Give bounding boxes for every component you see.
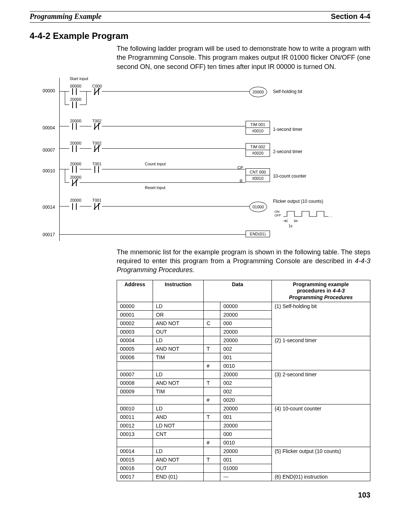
table-row: 00000LD00000(1) Self-holding bit xyxy=(117,302,370,311)
output-coil: 20000 xyxy=(249,87,267,97)
cell-instruction: LD xyxy=(153,336,204,345)
no-contact-icon xyxy=(69,88,80,95)
cell-address: 00017 xyxy=(117,473,153,481)
cell-procedure: (5) Flicker output (10 counts) xyxy=(271,447,370,473)
cell-data-value: 002 xyxy=(220,379,272,387)
rung-00000: 00000 00000 C000 20000 Self-holding bit … xyxy=(60,79,370,114)
mnemonic-table: Address Instruction Data Programming exa… xyxy=(117,280,370,482)
cell-address: 00016 xyxy=(117,464,153,473)
rung-annotation: 2-second timer xyxy=(273,149,302,154)
mnemonic-paragraph: The mnemonic list for the example progra… xyxy=(117,248,370,275)
function-block: CNT 000 #0010 xyxy=(246,168,270,182)
cell-instruction: AND NOT xyxy=(153,345,204,353)
cell-data-value: 20000 xyxy=(220,311,272,319)
cell-procedure: (1) Self-holding bit xyxy=(271,302,370,336)
col-data: Data xyxy=(204,280,272,302)
cell-data-prefix: # xyxy=(204,362,220,370)
cell-address xyxy=(117,362,153,370)
no-contact-icon xyxy=(69,102,80,108)
cell-instruction: OUT xyxy=(153,328,204,336)
r-label: R xyxy=(240,179,243,183)
cell-instruction: AND NOT xyxy=(153,456,204,464)
cell-data-prefix xyxy=(204,447,220,456)
contact-label: T001 xyxy=(92,198,101,202)
cell-data-prefix: T xyxy=(204,413,220,422)
cell-instruction: OUT xyxy=(153,464,204,473)
waveform-off-label: OFF xyxy=(274,214,281,217)
contact-label: 20000 xyxy=(70,162,81,166)
ladder-diagram: Start input 00000 00000 C000 20000 Self-… xyxy=(59,78,370,241)
cell-data-value: 01000 xyxy=(220,464,272,473)
output-coil: 01000 xyxy=(249,202,267,212)
cell-data-prefix xyxy=(204,422,220,430)
block-line: #0010 xyxy=(246,175,270,181)
count-input-label: Count input xyxy=(145,162,166,166)
cell-data-value: 000 xyxy=(220,430,272,439)
function-block: END(01) xyxy=(246,231,270,237)
rung-annotation: 10-count counter xyxy=(273,174,306,179)
block-line: TIM 001 xyxy=(248,122,267,127)
cell-address: 00012 xyxy=(117,422,153,430)
cell-data-prefix: T xyxy=(204,345,220,353)
cell-data-prefix xyxy=(204,302,220,311)
cell-address: 00014 xyxy=(117,447,153,456)
cell-address: 00001 xyxy=(117,311,153,319)
cell-instruction xyxy=(153,439,204,447)
no-contact-icon xyxy=(91,166,102,173)
rung-address: 00004 xyxy=(43,125,55,130)
rung-00007: 00007 20000 T002 TIM 002 #0020 2-second … xyxy=(60,136,370,159)
waveform-on-label: ON xyxy=(274,210,280,214)
cell-data-prefix: # xyxy=(204,396,220,404)
cell-data-value: 00000 xyxy=(220,302,272,311)
cell-address: 00004 xyxy=(117,336,153,345)
proc-line: procedures in xyxy=(297,288,333,294)
cell-instruction: TIM xyxy=(153,353,204,362)
svg-text:. .: . . xyxy=(329,214,332,218)
nc-contact-icon xyxy=(91,203,102,210)
waveform-1s-label: 1s xyxy=(289,224,293,228)
contact-label: 20000 xyxy=(70,97,81,102)
contact-label: 00000 xyxy=(70,84,81,88)
cell-data-value: 001 xyxy=(220,353,272,362)
reset-input-label: Reset input xyxy=(145,185,166,190)
cell-data-value: 20000 xyxy=(220,422,272,430)
cell-data-value: 000 xyxy=(220,319,272,328)
cell-address xyxy=(117,439,153,447)
cell-address: 00011 xyxy=(117,413,153,422)
table-row: 00004LD20000(2) 1-second timer xyxy=(117,336,370,345)
cell-instruction: END (01) xyxy=(153,473,204,481)
cell-address: 00000 xyxy=(117,302,153,311)
cell-data-value: --- xyxy=(220,473,272,481)
nc-contact-icon xyxy=(69,179,80,186)
cell-data-prefix xyxy=(204,404,220,413)
mnemonic-paragraph-text: The mnemonic list for the example progra… xyxy=(117,248,370,265)
cell-instruction: AND NOT xyxy=(153,319,204,328)
cell-data-prefix xyxy=(204,464,220,473)
nc-contact-icon xyxy=(91,145,102,152)
cell-procedure: (2) 1-second timer xyxy=(271,336,370,370)
header-right: Section 4-4 xyxy=(331,12,370,21)
contact-label: 20000 xyxy=(70,119,81,123)
cell-data-value: 002 xyxy=(220,345,272,353)
col-instruction: Instruction xyxy=(153,280,204,302)
block-line: TIM 002 xyxy=(248,145,267,149)
cell-data-value: 001 xyxy=(220,456,272,464)
function-block: TIM 001 #0010 xyxy=(246,121,270,135)
block-line: CNT 000 xyxy=(248,170,267,174)
cell-data-prefix: # xyxy=(204,439,220,447)
table-row: 00017END (01)---(6) END(01) instruction xyxy=(117,473,370,481)
nc-contact-icon xyxy=(91,88,102,95)
cell-address: 00002 xyxy=(117,319,153,328)
col-address: Address xyxy=(117,280,153,302)
cell-data-value: 20000 xyxy=(220,328,272,336)
nc-contact-icon xyxy=(91,123,102,130)
cell-procedure: (3) 2-second timer xyxy=(271,370,370,404)
cell-data-value: 20000 xyxy=(220,336,272,345)
table-row: 00010LD20000(4) 10-count counter xyxy=(117,404,370,413)
cell-address: 00007 xyxy=(117,370,153,379)
cell-data-value: 20000 xyxy=(220,370,272,379)
intro-paragraph: The following ladder program will be use… xyxy=(117,44,370,71)
no-contact-icon xyxy=(69,203,80,210)
cell-data-prefix xyxy=(204,473,220,481)
cell-data-value: 0020 xyxy=(220,396,272,404)
